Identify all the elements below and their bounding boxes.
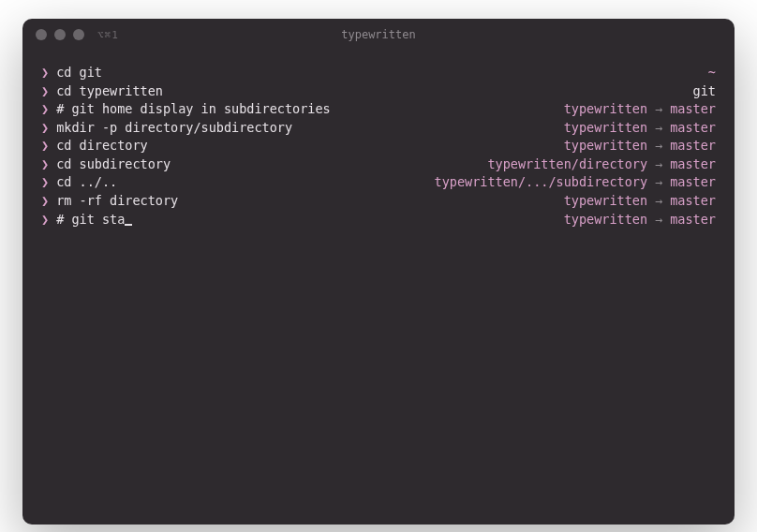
terminal-line: ❯# git home display in subdirectoriestyp…	[41, 100, 716, 119]
prompt-symbol: ❯	[41, 119, 49, 138]
prompt-right: typewritten→master	[564, 100, 716, 119]
arrow-icon: →	[655, 119, 662, 138]
prompt-right: typewritten→master	[564, 192, 716, 211]
git-branch: master	[670, 173, 716, 192]
prompt-right: typewritten→master	[564, 137, 716, 155]
prompt-right: typewritten/.../subdirectory→master	[435, 173, 717, 192]
git-branch: master	[670, 119, 716, 138]
terminal-window: ⌥⌘1 typewritten ❯cd git~❯cd typewritteng…	[22, 19, 735, 525]
close-icon[interactable]	[36, 29, 47, 40]
prompt-left: ❯rm -rf directory	[41, 192, 178, 211]
titlebar: ⌥⌘1 typewritten	[22, 19, 735, 51]
prompt-symbol: ❯	[41, 173, 49, 192]
tab-shortcut-hint: ⌥⌘1	[97, 29, 119, 41]
git-branch: master	[670, 100, 716, 119]
prompt-left: ❯# git home display in subdirectories	[41, 100, 331, 119]
prompt-symbol: ❯	[41, 137, 49, 155]
command-text: # git home display in subdirectories	[56, 100, 331, 119]
git-branch: master	[670, 155, 716, 174]
arrow-icon: →	[655, 173, 662, 192]
cursor-icon	[125, 224, 132, 226]
arrow-icon: →	[655, 155, 662, 174]
traffic-lights	[36, 29, 84, 40]
prompt-left: ❯cd git	[41, 64, 102, 82]
git-branch: master	[670, 211, 716, 229]
prompt-right: typewritten/directory→master	[487, 155, 716, 174]
terminal-line: ❯mkdir -p directory/subdirectorytypewrit…	[41, 119, 716, 138]
prompt-symbol: ❯	[41, 82, 49, 101]
cwd-path: typewritten	[564, 119, 647, 138]
command-text: cd subdirectory	[56, 155, 171, 174]
terminal-body[interactable]: ❯cd git~❯cd typewrittengit❯# git home di…	[22, 51, 735, 525]
cwd-path: ~	[708, 64, 716, 82]
cwd-path: typewritten	[564, 137, 647, 155]
arrow-icon: →	[655, 137, 662, 155]
terminal-line: ❯cd git~	[41, 64, 716, 82]
cwd-path: typewritten/directory	[487, 155, 647, 174]
prompt-symbol: ❯	[41, 155, 49, 174]
cwd-path: git	[693, 82, 716, 101]
terminal-line: ❯cd directorytypewritten→master	[41, 137, 716, 155]
prompt-right: typewritten→master	[564, 119, 716, 138]
git-branch: master	[670, 192, 716, 211]
arrow-icon: →	[655, 192, 662, 211]
cwd-path: typewritten	[564, 192, 647, 211]
command-text: cd ../..	[56, 173, 117, 192]
command-text: cd typewritten	[56, 82, 163, 101]
arrow-icon: →	[655, 100, 662, 119]
command-text: cd git	[56, 64, 102, 82]
arrow-icon: →	[655, 211, 662, 229]
prompt-right: typewritten→master	[564, 211, 716, 229]
cwd-path: typewritten/.../subdirectory	[435, 173, 648, 192]
prompt-symbol: ❯	[41, 100, 49, 119]
terminal-line: ❯cd typewrittengit	[41, 82, 716, 101]
prompt-left: ❯cd typewritten	[41, 82, 163, 101]
command-text: mkdir -p directory/subdirectory	[56, 119, 292, 138]
prompt-left: ❯mkdir -p directory/subdirectory	[41, 119, 292, 138]
window-title: typewritten	[22, 28, 735, 41]
prompt-right: git	[693, 82, 716, 101]
prompt-symbol: ❯	[41, 64, 49, 82]
prompt-left: ❯cd subdirectory	[41, 155, 171, 174]
terminal-line: ❯cd subdirectorytypewritten/directory→ma…	[41, 155, 716, 174]
prompt-left: ❯cd ../..	[41, 173, 117, 192]
cwd-path: typewritten	[564, 100, 647, 119]
prompt-left: ❯# git sta	[41, 211, 132, 229]
prompt-left: ❯cd directory	[41, 137, 148, 155]
command-text: # git sta	[56, 211, 125, 229]
prompt-symbol: ❯	[41, 192, 49, 211]
terminal-line: ❯# git statypewritten→master	[41, 211, 716, 229]
git-branch: master	[670, 137, 716, 155]
command-text: rm -rf directory	[56, 192, 178, 211]
terminal-line: ❯cd ../..typewritten/.../subdirectory→ma…	[41, 173, 716, 192]
command-text: cd directory	[56, 137, 148, 155]
prompt-right: ~	[708, 64, 716, 82]
minimize-icon[interactable]	[54, 29, 66, 40]
prompt-symbol: ❯	[41, 211, 49, 229]
cwd-path: typewritten	[564, 211, 647, 229]
terminal-line: ❯rm -rf directorytypewritten→master	[41, 192, 716, 211]
zoom-icon[interactable]	[73, 29, 84, 40]
